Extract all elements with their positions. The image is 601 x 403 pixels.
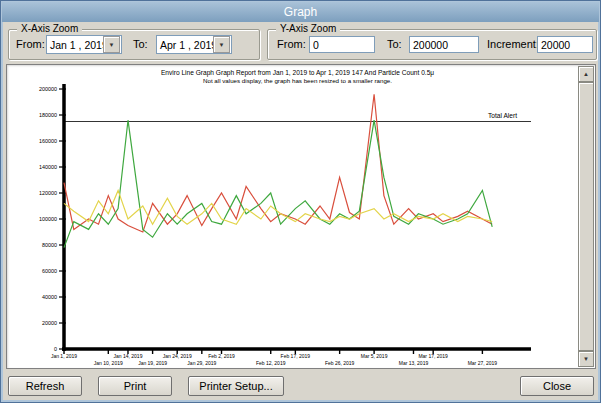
graph-dialog: Graph X-Axis Zoom From: Jan 1 , 2019 ▼ T… [0,0,601,403]
svg-text:160000: 160000 [39,138,57,144]
xaxis-to-label: To: [133,38,148,51]
yaxis-increment-label: Increment: [487,38,539,51]
svg-text:Feb 2, 2019: Feb 2, 2019 [208,353,235,359]
xaxis-to-value: Apr 1 , 2019 [157,39,213,51]
svg-text:100000: 100000 [39,216,57,222]
scrollbar-up-button[interactable]: ▲ [578,66,594,82]
xaxis-from-label: From: [16,38,45,51]
svg-text:180000: 180000 [39,112,57,118]
window-title: Graph [284,5,317,19]
dropdown-arrow-icon[interactable]: ▼ [213,36,230,53]
svg-text:60000: 60000 [42,268,57,274]
dropdown-arrow-icon[interactable]: ▼ [103,36,120,53]
svg-text:Mar 5, 2019: Mar 5, 2019 [361,353,388,359]
arrow-up-icon: ▲ [583,71,589,77]
chart-vertical-scrollbar[interactable]: ▲ ▼ [578,66,594,367]
svg-text:Feb 12, 2019: Feb 12, 2019 [256,360,286,366]
svg-text:Not all values display, the gr: Not all values display, the graph has be… [203,77,392,84]
svg-text:Jan 1, 2019: Jan 1, 2019 [51,353,77,359]
svg-text:Jan 24, 2019: Jan 24, 2019 [163,353,192,359]
titlebar[interactable]: Graph [2,2,599,22]
svg-text:20000: 20000 [42,320,57,326]
svg-text:Enviro Line Graph Graph Report: Enviro Line Graph Graph Report from Jan … [161,69,434,77]
svg-text:Feb 26, 2019: Feb 26, 2019 [325,360,355,366]
y-axis-zoom-label: Y-Axis Zoom [276,23,340,35]
svg-text:140000: 140000 [39,164,57,170]
svg-text:Mar 13, 2019: Mar 13, 2019 [399,360,429,366]
arrow-down-icon: ▼ [583,356,589,362]
svg-text:Mar 27, 2019: Mar 27, 2019 [468,360,498,366]
x-axis-zoom-label: X-Axis Zoom [17,23,82,35]
line-chart: Enviro Line Graph Graph Report from Jan … [7,65,579,368]
svg-text:Jan 29, 2019: Jan 29, 2019 [187,360,216,366]
svg-text:80000: 80000 [42,242,57,248]
svg-text:Total Alert: Total Alert [488,112,517,119]
svg-text:120000: 120000 [39,190,57,196]
svg-text:40000: 40000 [42,294,57,300]
refresh-button[interactable]: Refresh [8,376,82,396]
scrollbar-thumb[interactable] [578,82,594,351]
yaxis-increment-input[interactable] [537,36,593,53]
svg-text:Mar 17, 2019: Mar 17, 2019 [418,353,448,359]
yaxis-from-input[interactable] [309,36,375,53]
printer-setup-button[interactable]: Printer Setup... [188,376,284,396]
scrollbar-down-button[interactable]: ▼ [578,351,594,367]
svg-text:0: 0 [54,346,57,352]
svg-text:200000: 200000 [39,86,57,92]
svg-text:Jan 10, 2019: Jan 10, 2019 [94,360,123,366]
chart-panel: Enviro Line Graph Graph Report from Jan … [6,64,596,369]
print-button[interactable]: Print [98,376,172,396]
svg-text:Jan 19, 2019: Jan 19, 2019 [138,360,167,366]
yaxis-to-input[interactable] [409,36,479,53]
yaxis-from-label: From: [277,38,306,51]
xaxis-from-value: Jan 1 , 2019 [47,39,103,51]
svg-text:Jan 14, 2019: Jan 14, 2019 [114,353,143,359]
xaxis-to-combobox[interactable]: Apr 1 , 2019 ▼ [156,35,232,54]
svg-text:Feb 17, 2019: Feb 17, 2019 [281,353,311,359]
yaxis-to-label: To: [387,38,402,51]
close-button[interactable]: Close [520,376,594,396]
xaxis-from-combobox[interactable]: Jan 1 , 2019 ▼ [46,35,122,54]
